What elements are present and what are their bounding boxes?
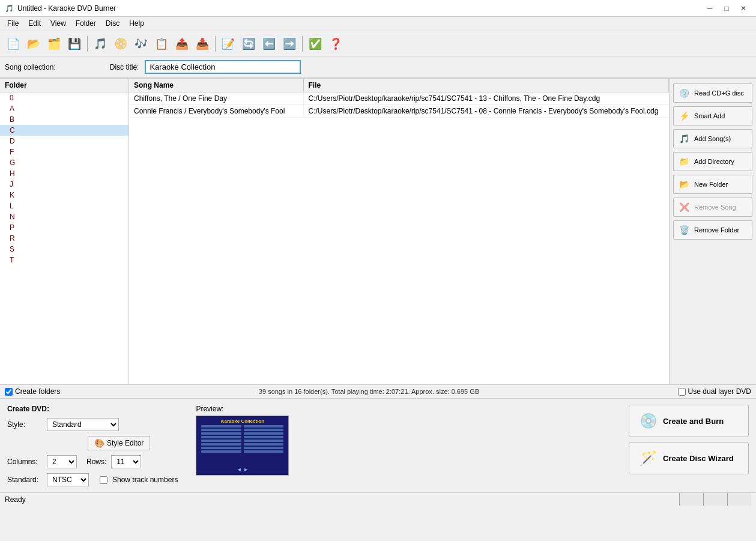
tb-edit[interactable]: 📝 <box>219 34 238 53</box>
preview-nav: ◄ ► <box>199 467 286 473</box>
columns-select[interactable]: 1 2 3 4 <box>47 455 77 468</box>
folder-list: 0 A B C D F G H J K L N P R S T <box>0 92 129 265</box>
rows-select[interactable]: 8 9 10 11 12 13 <box>111 455 141 468</box>
preview-line <box>244 425 284 428</box>
menu-view[interactable]: View <box>46 18 71 29</box>
tb-disc[interactable]: 📀 <box>111 34 130 53</box>
folder-item-g[interactable]: G <box>0 157 129 168</box>
song-name-cell: Connie Francis / Everybody's Somebody's … <box>129 105 303 118</box>
folder-item-n[interactable]: N <box>0 211 129 222</box>
preview-title: Karaoke Collection <box>221 419 264 424</box>
tb-import[interactable]: 📥 <box>193 34 212 53</box>
song-tbody: Chiffons, The / One Fine Day C:/Users/Pi… <box>129 92 669 118</box>
tb-refresh[interactable]: 🔄 <box>239 34 258 53</box>
style-editor-icon: 🎨 <box>94 438 104 448</box>
folder-item-a[interactable]: A <box>0 103 129 114</box>
titlebar-controls[interactable]: ─ □ ✕ <box>702 2 751 14</box>
tb-help[interactable]: ❓ <box>326 34 345 53</box>
song-table: Song Name File Chiffons, The / One Fine … <box>129 79 669 118</box>
tb-back[interactable]: ⬅️ <box>259 34 279 53</box>
folder-item-d[interactable]: D <box>0 136 129 147</box>
smart-add-button[interactable]: ⚡ Smart Add <box>673 106 752 125</box>
folder-item-r[interactable]: R <box>0 233 129 244</box>
preview-line <box>244 440 284 442</box>
folder-item-t[interactable]: T <box>0 255 129 265</box>
song-name-cell: Chiffons, The / One Fine Day <box>129 92 303 105</box>
create-dvd-label: Create DVD: <box>7 405 49 413</box>
preview-col-left <box>201 425 241 465</box>
folder-item-j[interactable]: J <box>0 179 129 190</box>
new-folder-button[interactable]: 📂 New Folder <box>673 175 752 194</box>
menu-folder[interactable]: Folder <box>71 18 101 29</box>
maximize-button[interactable]: □ <box>719 2 734 14</box>
create-wizard-button[interactable]: 🪄 Create Disc Wizard <box>629 442 749 474</box>
header-row: Song collection: Disc title: <box>0 56 756 78</box>
show-track-numbers-checkbox[interactable] <box>100 476 107 484</box>
tb-check[interactable]: ✅ <box>306 34 325 53</box>
remove-song-icon: ❌ <box>677 201 691 214</box>
right-panel: 💿 Read CD+G disc ⚡ Smart Add 🎵 Add Song(… <box>669 79 756 384</box>
style-select[interactable]: Standard Classic Modern Elegant <box>47 418 119 431</box>
rows-label: Rows: <box>86 458 106 466</box>
menu-file[interactable]: File <box>2 18 23 29</box>
add-songs-button[interactable]: 🎵 Add Song(s) <box>673 129 752 148</box>
table-row[interactable]: Connie Francis / Everybody's Somebody's … <box>129 105 669 118</box>
smart-add-icon: ⚡ <box>677 109 691 122</box>
table-row[interactable]: Chiffons, The / One Fine Day C:/Users/Pi… <box>129 92 669 105</box>
folder-item-c[interactable]: C <box>0 125 129 136</box>
create-folders-label: Create folders <box>15 387 60 396</box>
create-wizard-label: Create Disc Wizard <box>663 454 734 463</box>
preview-line <box>201 425 241 428</box>
titlebar: 🎵 Untitled - Karaoke DVD Burner ─ □ ✕ <box>0 0 756 17</box>
folder-item-l[interactable]: L <box>0 201 129 211</box>
status-text: 39 songs in 16 folder(s). Total playing … <box>259 388 479 395</box>
tb-forward[interactable]: ➡️ <box>280 34 299 53</box>
standard-select[interactable]: NTSC PAL <box>47 473 89 486</box>
minimize-button[interactable]: ─ <box>702 2 718 14</box>
tb-opendir[interactable]: 🗂️ <box>44 34 64 53</box>
preview-label: Preview: <box>196 405 223 413</box>
disc-title-input[interactable] <box>145 60 301 74</box>
folder-item-s[interactable]: S <box>0 244 129 255</box>
folder-item-b[interactable]: B <box>0 114 129 125</box>
menu-help[interactable]: Help <box>124 18 149 29</box>
file-cell: C:/Users/Piotr/Desktop/karaoke/rip/sc754… <box>303 92 669 105</box>
tb-audio[interactable]: 🎶 <box>132 34 151 53</box>
preview-line <box>201 440 241 442</box>
create-wizard-icon: 🪄 <box>639 449 658 468</box>
dual-layer-checkbox[interactable] <box>678 388 686 396</box>
preview-col-right <box>244 425 284 465</box>
add-directory-icon: 📁 <box>677 155 691 168</box>
create-burn-button[interactable]: 💿 Create and Burn <box>629 405 749 437</box>
tb-new[interactable]: 📄 <box>4 34 23 53</box>
read-cdg-icon: 💿 <box>677 86 691 100</box>
folder-item-h[interactable]: H <box>0 168 129 179</box>
tb-sep2 <box>215 36 216 52</box>
tb-export[interactable]: 📤 <box>172 34 192 53</box>
menu-edit[interactable]: Edit <box>23 18 46 29</box>
folder-item-p[interactable]: P <box>0 222 129 233</box>
preview-line <box>244 450 284 453</box>
create-folders-checkbox[interactable] <box>5 388 13 396</box>
remove-folder-button[interactable]: 🗑️ Remove Folder <box>673 220 752 240</box>
dvd-right-buttons: 💿 Create and Burn 🪄 Create Disc Wizard <box>629 405 749 474</box>
preview-line <box>244 432 284 435</box>
folder-item-f[interactable]: F <box>0 147 129 157</box>
menu-disc[interactable]: Disc <box>101 18 124 29</box>
tb-open[interactable]: 📂 <box>24 34 43 53</box>
add-directory-button[interactable]: 📁 Add Directory <box>673 152 752 171</box>
read-cdg-label: Read CD+G disc <box>694 89 744 97</box>
style-editor-button[interactable]: 🎨 Style Editor <box>88 436 150 450</box>
folder-item-k[interactable]: K <box>0 190 129 201</box>
app-title: Untitled - Karaoke DVD Burner <box>17 4 116 13</box>
tb-clipboard[interactable]: 📋 <box>152 34 171 53</box>
folder-item-0[interactable]: 0 <box>0 92 129 103</box>
read-cdg-button[interactable]: 💿 Read CD+G disc <box>673 83 752 103</box>
create-dvd-row: Create DVD: <box>7 405 178 413</box>
col-song-name: Song Name <box>129 79 303 92</box>
tb-save[interactable]: 💾 <box>65 34 84 53</box>
create-burn-label: Create and Burn <box>663 417 724 426</box>
tb-music[interactable]: 🎵 <box>91 34 110 53</box>
close-button[interactable]: ✕ <box>736 2 751 14</box>
remove-song-button[interactable]: ❌ Remove Song <box>673 198 752 217</box>
